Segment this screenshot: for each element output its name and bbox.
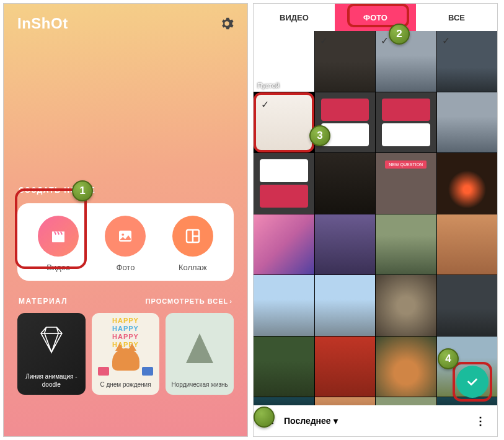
material-title: Линия анимация - doodle <box>17 372 86 389</box>
gallery-thumb[interactable] <box>315 214 376 275</box>
gallery-thumb[interactable]: ✓ <box>437 31 498 92</box>
gallery-thumb[interactable] <box>376 214 436 275</box>
create-video-label: Видео <box>46 263 70 272</box>
album-bottom-bar: ✕ Последнее ▾ ⋯ <box>254 405 497 436</box>
gallery-grid[interactable]: Пустой ✓ ✓ ✓ ✓ NEW QUESTION <box>254 31 497 407</box>
check-icon: ✓ <box>261 99 269 110</box>
step-marker-1: 1 <box>72 180 93 201</box>
create-video-button[interactable]: Видео <box>38 216 79 272</box>
create-collage-button[interactable]: Коллаж <box>172 216 213 272</box>
gallery-thumb[interactable] <box>254 214 314 275</box>
step-marker-2: 2 <box>389 24 410 45</box>
album-selector[interactable]: Последнее ▾ <box>284 416 338 426</box>
gallery-thumb[interactable] <box>437 153 498 214</box>
step-marker-4: 4 <box>438 348 459 369</box>
create-photo-label: Фото <box>117 263 135 272</box>
create-section-label: СОЗДАТЬ НОВОЕ <box>19 186 232 195</box>
create-photo-button[interactable]: Фото <box>105 216 146 272</box>
inshot-home-screen: InShOt СОЗДАТЬ НОВОЕ Видео Фото Коллаж М… <box>3 3 248 437</box>
view-all-button[interactable]: ПРОСМОТРЕТЬ ВСЕL › <box>146 297 232 305</box>
home-header: InShOt <box>4 4 247 43</box>
clapper-icon <box>38 216 79 257</box>
gallery-thumb-selected[interactable]: ✓ <box>254 92 314 153</box>
gear-icon <box>220 17 234 30</box>
photo-icon <box>105 216 146 257</box>
caret-down-icon: ▾ <box>334 416 338 426</box>
check-icon: ✓ <box>442 35 450 46</box>
tab-all[interactable]: ВСЕ <box>416 4 497 31</box>
diamond-icon <box>17 313 86 367</box>
gallery-thumb[interactable] <box>315 153 376 214</box>
collage-icon <box>172 216 213 257</box>
step-marker-3 <box>254 407 275 428</box>
gallery-thumb[interactable] <box>315 275 376 336</box>
material-card-doodle[interactable]: Линия анимация - doodle <box>17 313 86 395</box>
gallery-thumb[interactable] <box>376 275 436 336</box>
nordic-art <box>166 313 234 376</box>
material-card-nordic[interactable]: Нордическая жизнь <box>166 313 234 395</box>
gallery-thumb[interactable] <box>376 92 436 153</box>
material-section-label: МАТЕРИАЛ <box>19 297 68 306</box>
settings-button[interactable] <box>220 17 234 30</box>
gallery-thumb[interactable] <box>437 275 498 336</box>
material-title: С днем рождения <box>96 381 154 389</box>
svg-point-1 <box>122 234 125 236</box>
gallery-thumb[interactable] <box>254 337 314 397</box>
create-panel: Видео Фото Коллаж <box>17 203 234 281</box>
material-header: МАТЕРИАЛ ПРОСМОТРЕТЬ ВСЕL › <box>19 297 232 306</box>
media-tabs: ВИДЕО ФОТО ВСЕ <box>254 4 497 31</box>
check-icon: ✓ <box>320 35 328 46</box>
tab-video[interactable]: ВИДЕО <box>254 4 335 31</box>
gallery-thumb[interactable] <box>315 337 376 397</box>
chevron-right-icon: › <box>229 297 232 305</box>
material-title: Нордическая жизнь <box>168 381 232 389</box>
check-icon: ✓ <box>381 35 389 46</box>
material-row: Линия анимация - doodle HAPPY HAPPY HAPP… <box>17 313 234 395</box>
gallery-thumb[interactable] <box>437 92 498 153</box>
gallery-picker-screen: ВИДЕО ФОТО ВСЕ Пустой ✓ ✓ ✓ ✓ NEW QUESTI… <box>253 3 498 437</box>
step-marker-3: 3 <box>309 125 330 146</box>
gallery-blank-cell[interactable]: Пустой <box>254 31 314 92</box>
gallery-thumb[interactable]: NEW QUESTION <box>376 153 436 214</box>
gallery-thumb[interactable] <box>376 337 436 397</box>
confirm-fab[interactable] <box>456 366 489 398</box>
more-menu-button[interactable]: ⋯ <box>474 416 488 426</box>
app-logo: InShOt <box>17 15 68 32</box>
check-icon <box>466 375 479 389</box>
gallery-thumb[interactable] <box>437 214 498 275</box>
birthday-art: HAPPY HAPPY HAPPY HAPPY <box>92 313 160 376</box>
create-collage-label: Коллаж <box>179 263 207 272</box>
gallery-thumb[interactable] <box>254 275 314 336</box>
gallery-thumb[interactable]: ✓ <box>315 31 376 92</box>
gallery-thumb[interactable] <box>254 153 314 214</box>
material-card-birthday[interactable]: HAPPY HAPPY HAPPY HAPPY С днем рождения <box>92 313 160 395</box>
